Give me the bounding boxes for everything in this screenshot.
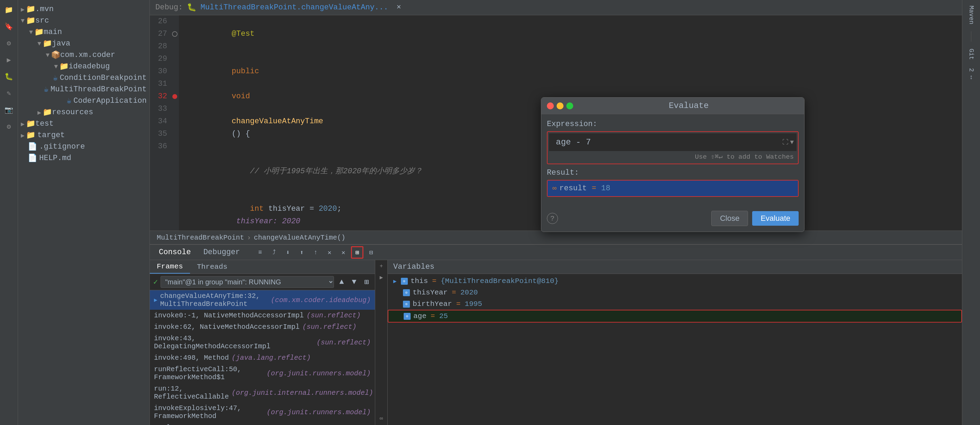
help-btn[interactable]: ? <box>547 213 558 224</box>
frame-package: (sun.reflect) <box>302 323 356 331</box>
debug-label: Debug: <box>155 3 183 12</box>
expand-btn[interactable]: ▶ <box>377 273 386 282</box>
frame-item[interactable]: invoke:498, Method (java.lang.reflect) <box>150 352 375 364</box>
step-out-btn[interactable]: ⬆ <box>296 246 308 259</box>
frame-label: invoke:62, NativeMethodAccessorImpl <box>154 323 300 331</box>
stop-btn[interactable]: ✕ <box>337 246 350 259</box>
tab-console[interactable]: Console <box>153 246 196 258</box>
tree-item-package[interactable]: ▼ 📦 com.xm.coder <box>18 49 150 61</box>
run-icon[interactable]: ▶ <box>2 53 16 67</box>
bookmark-icon[interactable]: 🔖 <box>2 19 16 34</box>
breadcrumb-bar: MultiThreadBreakPoint › changeValueAtAny… <box>150 230 962 244</box>
frame-item[interactable]: invoke0:-1, NativeMethodAccessorImpl (su… <box>150 310 375 321</box>
tree-item-java[interactable]: ▼ 📁 java <box>18 38 150 49</box>
run-to-cursor-btn[interactable]: ↑ <box>309 246 322 259</box>
tree-item-src[interactable]: ▼ 📁 src <box>18 15 150 26</box>
tree-item-ideadebug[interactable]: ▼ 📁 ideadebug <box>18 61 150 72</box>
structure-icon[interactable]: ⚙ <box>2 36 16 50</box>
tree-item-coderapplication[interactable]: ☕ CoderApplication <box>18 95 150 107</box>
frame-item[interactable]: invoke:62, NativeMethodAccessorImpl (sun… <box>150 321 375 332</box>
debug-icon[interactable]: 🐛 <box>2 69 16 83</box>
close-tab-btn[interactable]: × <box>397 3 401 12</box>
var-item-thisyear[interactable]: ⊙ thisYear = 2020 <box>388 287 962 298</box>
frame-arrow-icon: ▶ <box>154 297 158 304</box>
debug-class-name[interactable]: MultiThreadBreakPoint.changeValueAtAny..… <box>200 3 388 12</box>
gutter-36 <box>170 140 179 153</box>
threads-btn[interactable]: ⊟ <box>365 246 377 259</box>
frames-list: ▶ changeValueAtAnyTime:32, MultiThreadBr… <box>150 290 375 425</box>
tab-debugger[interactable]: Debugger <box>198 246 245 258</box>
gutter-32 <box>170 90 179 103</box>
tree-item-multithreadbreakpoint[interactable]: ☕ MultiThreadBreakPoint <box>18 84 150 95</box>
close-window-btn[interactable] <box>547 102 554 109</box>
frame-item-selected[interactable]: ▶ changeValueAtAnyTime:32, MultiThreadBr… <box>150 290 375 310</box>
todo-icon[interactable]: ✎ <box>2 86 16 100</box>
expression-input[interactable] <box>552 135 780 150</box>
dropdown-btn[interactable]: ▼ <box>790 139 794 146</box>
var-eq: = <box>452 289 457 297</box>
var-item-this[interactable]: ▶ ⊙ this = {MultiThreadBreakPoint@810} <box>388 275 962 287</box>
thread-down-btn[interactable]: ▼ <box>349 277 359 287</box>
frame-item[interactable]: invoke:43, DelegatingMethodAccessorImpl … <box>150 332 375 352</box>
thread-dropdown[interactable]: "main"@1 in group "main": RUNNING <box>161 276 334 288</box>
restore-layout-btn[interactable]: ≡ <box>254 246 266 259</box>
tree-item-main[interactable]: ▼ 📁 main <box>18 26 150 38</box>
tree-item-test[interactable]: ▶ 📁 test <box>18 118 150 129</box>
thread-up-btn[interactable]: ▲ <box>337 277 347 287</box>
tree-item-helpmd[interactable]: 📄 HELP.md <box>18 152 150 164</box>
gutter-26 <box>170 15 179 28</box>
expand-arrow: ▶ <box>21 120 25 128</box>
tree-label: src <box>35 16 49 25</box>
tree-label: .gitignore <box>39 142 85 151</box>
settings-icon[interactable]: ⚙ <box>2 120 16 133</box>
infinity-btn[interactable]: ∞ <box>377 414 386 423</box>
tree-item-mvn[interactable]: ▶ 📁 .mvn <box>18 3 150 15</box>
minimize-window-btn[interactable] <box>557 102 563 109</box>
tree-label: .mvn <box>35 5 54 14</box>
project-icon[interactable]: 📁 <box>2 3 16 17</box>
folder-icon: 📁 <box>34 27 44 37</box>
ln-36: 36 <box>153 140 167 153</box>
add-watch-btn[interactable]: + <box>377 262 386 271</box>
maven-panel-btn[interactable]: Maven <box>968 3 975 27</box>
dialog-body: Expression: ⛶ ▼ Use ⇧⌘↵ to add to Watche… <box>541 114 804 208</box>
tree-label: MultiThreadBreakPoint <box>51 85 147 94</box>
var-item-age[interactable]: ⊙ age = 25 <box>388 310 962 323</box>
close-btn[interactable]: Close <box>711 211 748 226</box>
frame-label: invoke:43, DelegatingMethodAccessorImpl <box>154 334 314 350</box>
tree-item-conditionbreakpoint[interactable]: ☕ ConditionBreakpoint <box>18 72 150 84</box>
tree-item-resources[interactable]: ▶ 📁 resources <box>18 107 150 118</box>
frame-item[interactable]: runReflectiveCall:50, FrameworkMethod$1 … <box>150 364 375 383</box>
frames-tab[interactable]: Frames <box>150 260 190 273</box>
threads-tab[interactable]: Threads <box>190 260 234 273</box>
git-panel-btn[interactable]: Git <box>968 46 975 62</box>
ln-30: 30 <box>153 65 167 78</box>
frame-item[interactable]: evaluate:17, InvokeMethod (org.junit.int… <box>150 422 375 425</box>
frame-item[interactable]: run:12, ReflectiveCallable (org.junit.in… <box>150 383 375 403</box>
breadcrumb-method[interactable]: changeValueAtAnyTime() <box>254 234 345 242</box>
camera-icon[interactable]: 📷 <box>2 103 16 117</box>
thread-filter-btn[interactable]: ⊞ <box>362 277 371 287</box>
frame-item[interactable]: invokeExplosively:47, FrameworkMethod (o… <box>150 403 375 422</box>
step-over-btn[interactable]: ⤴ <box>268 246 280 259</box>
gutter-27 <box>170 28 179 40</box>
evaluate-expression-btn[interactable]: ✕ <box>323 246 336 259</box>
tree-item-gitignore[interactable]: 📄 .gitignore <box>18 141 150 152</box>
thread-selector: ✓ "main"@1 in group "main": RUNNING ▲ ▼ … <box>150 274 375 290</box>
var-type-icon: ⊙ <box>403 289 410 296</box>
dialog-footer: ? Close Evaluate <box>541 208 804 232</box>
step-into-btn[interactable]: ⬇ <box>282 246 294 259</box>
maximize-window-btn[interactable] <box>566 102 573 109</box>
expand-arrow: ▼ <box>54 63 58 70</box>
frame-view-btn[interactable]: ⊞ <box>351 246 363 259</box>
debug-icon-small: 🐛 <box>187 3 196 12</box>
debug-toolbar-bar: Console Debugger ≡ ⤴ ⬇ ⬆ ↑ ✕ ✕ ⊞ ⊟ <box>150 245 962 260</box>
count-badge[interactable]: 2 ↔ <box>968 65 975 82</box>
evaluate-btn[interactable]: Evaluate <box>752 211 799 226</box>
gutter-34 <box>170 115 179 128</box>
frame-package: (org.junit.runners.model) <box>267 369 371 377</box>
expand-input-btn[interactable]: ⛶ <box>782 139 789 146</box>
breadcrumb-class[interactable]: MultiThreadBreakPoint <box>157 234 244 242</box>
var-item-birthyear[interactable]: ⊙ birthYear = 1995 <box>388 298 962 310</box>
tree-item-target[interactable]: ▶ 📁 target <box>18 129 150 141</box>
